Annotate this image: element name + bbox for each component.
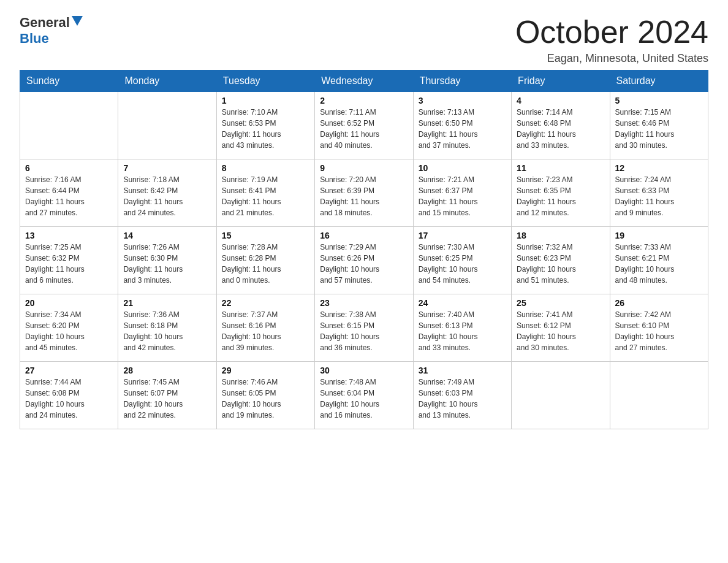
day-number: 18 <box>517 231 604 240</box>
col-monday: Monday <box>118 71 216 92</box>
table-row: 21Sunrise: 7:36 AMSunset: 6:18 PMDayligh… <box>118 294 216 362</box>
day-info: Sunrise: 7:40 AMSunset: 6:13 PMDaylight:… <box>419 309 506 353</box>
table-row <box>610 362 708 429</box>
table-row <box>512 362 610 429</box>
table-row: 26Sunrise: 7:42 AMSunset: 6:10 PMDayligh… <box>610 294 708 362</box>
day-info: Sunrise: 7:23 AMSunset: 6:35 PMDaylight:… <box>517 174 604 218</box>
day-info: Sunrise: 7:29 AMSunset: 6:26 PMDaylight:… <box>320 242 408 286</box>
calendar-week-row: 13Sunrise: 7:25 AMSunset: 6:32 PMDayligh… <box>20 227 708 294</box>
col-thursday: Thursday <box>413 71 511 92</box>
table-row: 31Sunrise: 7:49 AMSunset: 6:03 PMDayligh… <box>413 362 511 429</box>
day-number: 31 <box>419 366 506 375</box>
day-number: 26 <box>615 298 703 308</box>
table-row: 9Sunrise: 7:20 AMSunset: 6:39 PMDaylight… <box>315 159 413 227</box>
table-row: 24Sunrise: 7:40 AMSunset: 6:13 PMDayligh… <box>413 294 511 362</box>
table-row: 5Sunrise: 7:15 AMSunset: 6:46 PMDaylight… <box>610 92 708 159</box>
day-info: Sunrise: 7:16 AMSunset: 6:44 PMDaylight:… <box>25 174 113 218</box>
table-row: 28Sunrise: 7:45 AMSunset: 6:07 PMDayligh… <box>118 362 216 429</box>
logo-blue-text: Blue <box>20 31 49 46</box>
table-row: 11Sunrise: 7:23 AMSunset: 6:35 PMDayligh… <box>512 159 610 227</box>
table-row: 12Sunrise: 7:24 AMSunset: 6:33 PMDayligh… <box>610 159 708 227</box>
table-row: 10Sunrise: 7:21 AMSunset: 6:37 PMDayligh… <box>413 159 511 227</box>
day-info: Sunrise: 7:13 AMSunset: 6:50 PMDaylight:… <box>419 107 506 151</box>
calendar-week-row: 20Sunrise: 7:34 AMSunset: 6:20 PMDayligh… <box>20 294 708 362</box>
day-number: 12 <box>615 163 703 173</box>
table-row: 16Sunrise: 7:29 AMSunset: 6:26 PMDayligh… <box>315 227 413 294</box>
col-friday: Friday <box>512 71 610 92</box>
table-row: 7Sunrise: 7:18 AMSunset: 6:42 PMDaylight… <box>118 159 216 227</box>
day-info: Sunrise: 7:49 AMSunset: 6:03 PMDaylight:… <box>419 377 506 421</box>
table-row: 23Sunrise: 7:38 AMSunset: 6:15 PMDayligh… <box>315 294 413 362</box>
table-row: 18Sunrise: 7:32 AMSunset: 6:23 PMDayligh… <box>512 227 610 294</box>
calendar-table: Sunday Monday Tuesday Wednesday Thursday… <box>20 70 708 429</box>
table-row: 4Sunrise: 7:14 AMSunset: 6:48 PMDaylight… <box>512 92 610 159</box>
table-row: 13Sunrise: 7:25 AMSunset: 6:32 PMDayligh… <box>20 227 118 294</box>
day-info: Sunrise: 7:19 AMSunset: 6:41 PMDaylight:… <box>222 174 309 218</box>
table-row: 14Sunrise: 7:26 AMSunset: 6:30 PMDayligh… <box>118 227 216 294</box>
day-info: Sunrise: 7:41 AMSunset: 6:12 PMDaylight:… <box>517 309 604 353</box>
day-number: 11 <box>517 163 604 173</box>
day-info: Sunrise: 7:21 AMSunset: 6:37 PMDaylight:… <box>419 174 506 218</box>
day-number: 5 <box>615 96 703 105</box>
day-info: Sunrise: 7:45 AMSunset: 6:07 PMDaylight:… <box>123 377 211 421</box>
table-row: 2Sunrise: 7:11 AMSunset: 6:52 PMDaylight… <box>315 92 413 159</box>
day-number: 30 <box>320 366 408 375</box>
logo: General Blue <box>20 15 83 47</box>
calendar-week-row: 27Sunrise: 7:44 AMSunset: 6:08 PMDayligh… <box>20 362 708 429</box>
day-number: 27 <box>25 366 113 375</box>
table-row: 20Sunrise: 7:34 AMSunset: 6:20 PMDayligh… <box>20 294 118 362</box>
day-number: 20 <box>25 298 113 308</box>
day-info: Sunrise: 7:42 AMSunset: 6:10 PMDaylight:… <box>615 309 703 353</box>
day-number: 8 <box>222 163 309 173</box>
title-block: October 2024 Eagan, Minnesota, United St… <box>515 15 708 65</box>
day-number: 14 <box>123 231 211 240</box>
day-info: Sunrise: 7:44 AMSunset: 6:08 PMDaylight:… <box>25 377 113 421</box>
day-number: 28 <box>123 366 211 375</box>
day-info: Sunrise: 7:37 AMSunset: 6:16 PMDaylight:… <box>222 309 309 353</box>
day-info: Sunrise: 7:33 AMSunset: 6:21 PMDaylight:… <box>615 242 703 286</box>
page-header: General Blue October 2024 Eagan, Minneso… <box>20 15 708 65</box>
page-subtitle: Eagan, Minnesota, United States <box>515 52 708 65</box>
day-info: Sunrise: 7:26 AMSunset: 6:30 PMDaylight:… <box>123 242 211 286</box>
day-number: 4 <box>517 96 604 105</box>
col-sunday: Sunday <box>20 71 118 92</box>
svg-marker-0 <box>72 16 83 26</box>
day-info: Sunrise: 7:14 AMSunset: 6:48 PMDaylight:… <box>517 107 604 151</box>
day-number: 22 <box>222 298 309 308</box>
col-saturday: Saturday <box>610 71 708 92</box>
col-wednesday: Wednesday <box>315 71 413 92</box>
table-row: 8Sunrise: 7:19 AMSunset: 6:41 PMDaylight… <box>216 159 314 227</box>
table-row: 1Sunrise: 7:10 AMSunset: 6:53 PMDaylight… <box>216 92 314 159</box>
day-info: Sunrise: 7:15 AMSunset: 6:46 PMDaylight:… <box>615 107 703 151</box>
day-number: 24 <box>419 298 506 308</box>
table-row <box>20 92 118 159</box>
table-row: 22Sunrise: 7:37 AMSunset: 6:16 PMDayligh… <box>216 294 314 362</box>
day-info: Sunrise: 7:34 AMSunset: 6:20 PMDaylight:… <box>25 309 113 353</box>
day-info: Sunrise: 7:24 AMSunset: 6:33 PMDaylight:… <box>615 174 703 218</box>
table-row: 15Sunrise: 7:28 AMSunset: 6:28 PMDayligh… <box>216 227 314 294</box>
day-number: 21 <box>123 298 211 308</box>
table-row: 19Sunrise: 7:33 AMSunset: 6:21 PMDayligh… <box>610 227 708 294</box>
day-number: 16 <box>320 231 408 240</box>
day-number: 19 <box>615 231 703 240</box>
day-info: Sunrise: 7:30 AMSunset: 6:25 PMDaylight:… <box>419 242 506 286</box>
table-row: 29Sunrise: 7:46 AMSunset: 6:05 PMDayligh… <box>216 362 314 429</box>
day-number: 10 <box>419 163 506 173</box>
table-row: 17Sunrise: 7:30 AMSunset: 6:25 PMDayligh… <box>413 227 511 294</box>
day-info: Sunrise: 7:32 AMSunset: 6:23 PMDaylight:… <box>517 242 604 286</box>
page-title: October 2024 <box>515 15 708 50</box>
day-number: 13 <box>25 231 113 240</box>
day-number: 15 <box>222 231 309 240</box>
day-info: Sunrise: 7:20 AMSunset: 6:39 PMDaylight:… <box>320 174 408 218</box>
day-info: Sunrise: 7:18 AMSunset: 6:42 PMDaylight:… <box>123 174 211 218</box>
table-row <box>118 92 216 159</box>
calendar-week-row: 1Sunrise: 7:10 AMSunset: 6:53 PMDaylight… <box>20 92 708 159</box>
day-number: 25 <box>517 298 604 308</box>
day-info: Sunrise: 7:28 AMSunset: 6:28 PMDaylight:… <box>222 242 309 286</box>
day-number: 17 <box>419 231 506 240</box>
day-number: 3 <box>419 96 506 105</box>
logo-general-text: General <box>20 15 70 31</box>
day-info: Sunrise: 7:10 AMSunset: 6:53 PMDaylight:… <box>222 107 309 151</box>
day-number: 2 <box>320 96 408 105</box>
calendar-header-row: Sunday Monday Tuesday Wednesday Thursday… <box>20 71 708 92</box>
